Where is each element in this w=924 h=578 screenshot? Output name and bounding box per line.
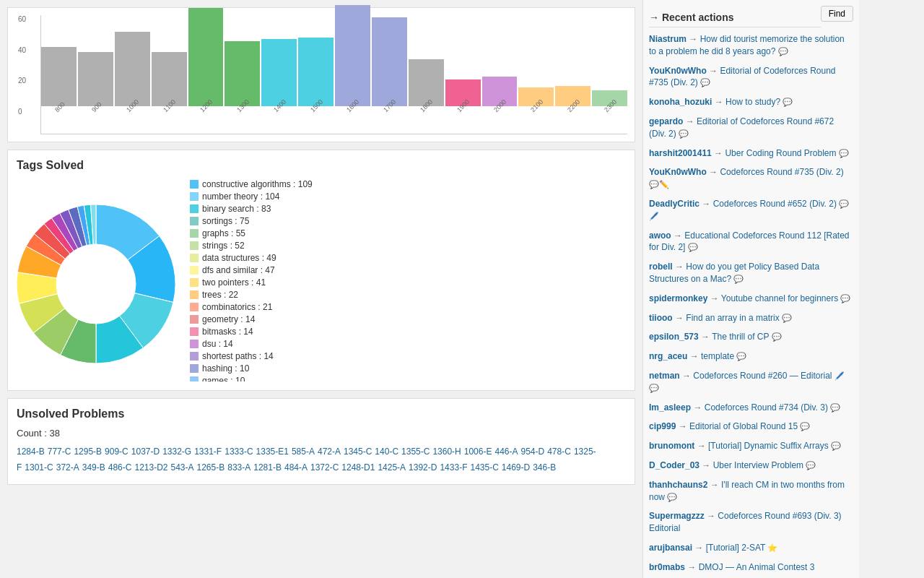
action-link[interactable]: [Tutorial] Dynamic Suffix Arrays bbox=[708, 441, 829, 451]
problem-link[interactable]: 472-A bbox=[318, 447, 341, 457]
action-user-link[interactable]: Niastrum bbox=[649, 34, 687, 44]
legend-label: dfs and similar : 47 bbox=[202, 265, 275, 275]
action-icon: 💬 bbox=[838, 294, 850, 303]
legend-item: bitmasks : 14 bbox=[190, 327, 626, 337]
action-arrow: → bbox=[691, 402, 705, 413]
action-link[interactable]: Codeforces Round #260 — Editorial bbox=[693, 371, 832, 381]
problem-link[interactable]: 1355-C bbox=[401, 447, 430, 457]
legend-label: bitmasks : 14 bbox=[202, 327, 253, 337]
legend-color-box bbox=[190, 229, 199, 238]
action-user-link[interactable]: spidermonkey bbox=[649, 293, 707, 303]
problem-link[interactable]: 484-A bbox=[284, 462, 308, 473]
action-link[interactable]: Uber Coding Round Problem bbox=[725, 148, 836, 158]
problem-link[interactable]: 543-A bbox=[170, 462, 193, 473]
bar bbox=[78, 52, 113, 106]
problem-link[interactable]: 1433-F bbox=[440, 462, 467, 473]
action-user-link[interactable]: br0mabs bbox=[649, 562, 685, 572]
problem-link[interactable]: 833-A bbox=[227, 462, 250, 473]
problem-link[interactable]: 1284-B bbox=[17, 447, 45, 457]
action-user-link[interactable]: harshit2001411 bbox=[649, 148, 712, 158]
action-user-link[interactable]: arujbansai bbox=[649, 543, 692, 553]
problem-link[interactable]: 1469-D bbox=[502, 462, 530, 473]
action-link[interactable]: template bbox=[701, 351, 734, 361]
problem-link[interactable]: 909-C bbox=[105, 447, 128, 457]
problem-link[interactable]: 1425-A bbox=[378, 462, 406, 473]
problem-link[interactable]: 346-B bbox=[533, 462, 556, 473]
action-user-link[interactable]: YouKn0wWho bbox=[649, 66, 707, 76]
action-icon: 💬 bbox=[780, 314, 792, 322]
problem-link[interactable]: 1331-F bbox=[194, 447, 222, 457]
problem-link[interactable]: 1335-E1 bbox=[256, 447, 289, 457]
action-link[interactable]: How to study? bbox=[725, 97, 780, 107]
find-button[interactable]: Find bbox=[821, 6, 853, 22]
problem-link[interactable]: 1037-D bbox=[131, 447, 160, 457]
problem-link[interactable]: 1372-C bbox=[310, 462, 339, 473]
action-link[interactable]: Youtube channel for beginners bbox=[721, 293, 838, 303]
unsolved-section: Unsolved Problems Count : 38 1284-B777-C… bbox=[7, 398, 635, 485]
action-user-link[interactable]: konoha_hozuki bbox=[649, 97, 712, 107]
problem-link[interactable]: 1360-H bbox=[432, 447, 461, 457]
problem-link[interactable]: 486-C bbox=[108, 462, 132, 473]
action-icon: 💬 bbox=[798, 422, 810, 431]
action-user-link[interactable]: thanhchauns2 bbox=[649, 480, 707, 490]
action-link[interactable]: [Tutorial] 2-SAT bbox=[706, 543, 766, 553]
problem-link[interactable]: 1301-C bbox=[25, 462, 53, 473]
legend-label: two pointers : 41 bbox=[202, 277, 266, 288]
action-arrow: → bbox=[694, 441, 708, 451]
problem-link[interactable]: 585-A bbox=[292, 447, 315, 457]
problem-link[interactable]: 1213-D2 bbox=[134, 462, 167, 473]
action-icon: 💬 bbox=[803, 461, 816, 470]
action-item: YouKn0wWho → Editorial of Codeforces Rou… bbox=[649, 65, 853, 92]
action-link[interactable]: Editorial of Global Round 15 bbox=[689, 421, 798, 431]
action-user-link[interactable]: D_Coder_03 bbox=[649, 460, 699, 470]
action-user-link[interactable]: YouKn0wWho bbox=[649, 167, 707, 177]
problem-link[interactable]: 1281-B bbox=[253, 462, 282, 473]
problem-link[interactable]: 1265-B bbox=[197, 462, 225, 473]
action-user-link[interactable]: Im_asleep bbox=[649, 402, 691, 413]
action-icon: 💬✏️ bbox=[649, 180, 669, 189]
legend-color-box bbox=[190, 352, 199, 361]
problem-link[interactable]: 140-C bbox=[375, 447, 398, 457]
problem-link[interactable]: 478-C bbox=[547, 447, 571, 457]
action-user-link[interactable]: awoo bbox=[649, 230, 671, 241]
action-link[interactable]: Codeforces Round #652 (Div. 2) bbox=[713, 199, 837, 209]
action-link[interactable]: Codeforces Round #734 (Div. 3) bbox=[705, 402, 828, 413]
problem-link[interactable]: 777-C bbox=[48, 447, 71, 457]
action-user-link[interactable]: nrg_aceu bbox=[649, 351, 687, 361]
bar-wrapper: 1500 bbox=[298, 38, 334, 116]
action-user-link[interactable]: tiiooo bbox=[649, 313, 673, 323]
action-user-link[interactable]: DeadlyCritic bbox=[649, 199, 699, 209]
action-user-link[interactable]: brunomont bbox=[649, 441, 694, 451]
problem-link[interactable]: 1333-C bbox=[225, 447, 253, 457]
action-link[interactable]: Codeforces Round #735 (Div. 2) bbox=[720, 167, 843, 177]
action-arrow: → bbox=[699, 332, 712, 342]
recent-actions-title: → Recent actions bbox=[649, 12, 733, 23]
action-user-link[interactable]: epsilon_573 bbox=[649, 332, 699, 342]
problem-link[interactable]: 372-A bbox=[56, 462, 79, 473]
action-arrow: → bbox=[676, 421, 689, 431]
action-user-link[interactable]: cip999 bbox=[649, 421, 676, 431]
action-item: epsilon_573 → The thrill of CP 💬 bbox=[649, 331, 853, 346]
action-user-link[interactable]: Supermagzzz bbox=[649, 511, 705, 521]
action-link[interactable]: DMOJ — An Animal Contest 3 bbox=[699, 562, 815, 572]
problem-link[interactable]: 954-D bbox=[521, 447, 545, 457]
action-link[interactable]: Uber Interview Problem bbox=[713, 460, 803, 470]
bar-wrapper: 2300 bbox=[592, 90, 627, 116]
problem-link[interactable]: 1248-D1 bbox=[341, 462, 375, 473]
action-link[interactable]: Find an array in a matrix bbox=[686, 313, 779, 323]
action-user-link[interactable]: robell bbox=[649, 262, 673, 272]
bar-wrapper: 2100 bbox=[518, 87, 554, 116]
problem-link[interactable]: 1332-G bbox=[162, 447, 191, 457]
legend-color-box bbox=[190, 376, 199, 381]
problem-link[interactable]: 1006-E bbox=[464, 447, 492, 457]
problem-link[interactable]: 1295-B bbox=[74, 447, 102, 457]
problem-link[interactable]: 1435-C bbox=[470, 462, 498, 473]
problem-link[interactable]: 1345-C bbox=[344, 447, 372, 457]
action-user-link[interactable]: gepardo bbox=[649, 116, 683, 126]
action-user-link[interactable]: netman bbox=[649, 371, 680, 381]
problem-link[interactable]: 446-A bbox=[494, 447, 518, 457]
problem-link[interactable]: 1392-D bbox=[409, 462, 437, 473]
legend-color-box bbox=[190, 364, 199, 373]
problem-link[interactable]: 349-B bbox=[82, 462, 105, 473]
action-link[interactable]: The thrill of CP bbox=[712, 332, 769, 342]
